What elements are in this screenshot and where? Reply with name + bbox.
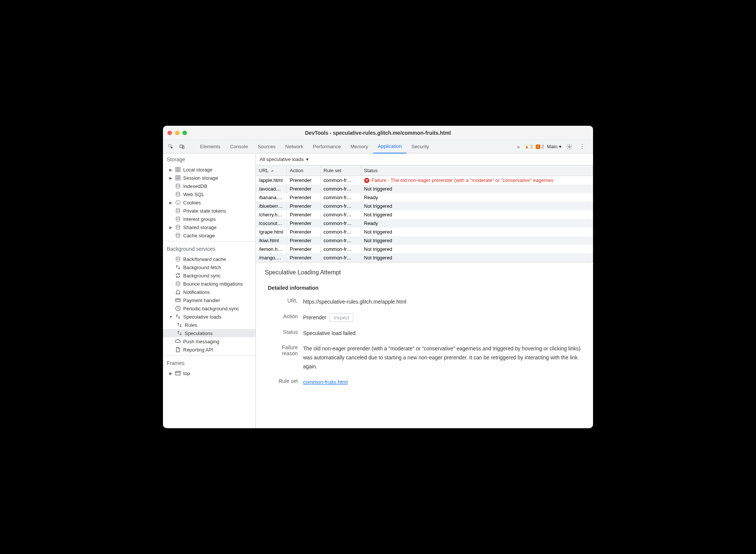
tab-sources[interactable]: Sources xyxy=(253,140,281,153)
errors-badge[interactable]: !2 xyxy=(536,144,544,149)
cookie-icon xyxy=(175,200,181,206)
settings-icon[interactable] xyxy=(565,142,574,152)
filter-dropdown[interactable]: All speculative loads ▾ xyxy=(256,153,593,165)
more-icon[interactable]: ⋮ xyxy=(577,142,587,152)
db-icon xyxy=(175,281,181,287)
sidebar-item-interest-groups[interactable]: Interest groups xyxy=(163,215,255,223)
sidebar-item-back/forward-cache[interactable]: Back/forward cache xyxy=(163,255,255,263)
titlebar: DevTools - speculative-rules.glitch.me/c… xyxy=(163,126,593,140)
sidebar-label: Web SQL xyxy=(183,192,204,197)
sidebar-label: Speculative loads xyxy=(183,314,221,320)
section-frames: Frames xyxy=(163,357,255,369)
db-icon xyxy=(175,208,181,214)
table-row[interactable]: /kiwi.htmlPrerendercommon-fr…Not trigger… xyxy=(256,236,593,245)
svg-point-16 xyxy=(176,200,180,205)
updown-icon xyxy=(175,264,181,270)
col-status[interactable]: Status xyxy=(361,165,593,176)
sidebar-item-rules[interactable]: Rules xyxy=(163,321,255,329)
sidebar-item-push-messaging[interactable]: Push messaging xyxy=(163,337,255,346)
sidebar-label: Interest groups xyxy=(183,216,216,222)
svg-point-15 xyxy=(176,192,180,194)
table-row[interactable]: /avocad…Prerendercommon-fr…Not triggered xyxy=(256,185,593,193)
ruleset-link[interactable]: common-fruits.html xyxy=(303,379,348,385)
sidebar-label: Payment handler xyxy=(183,298,220,303)
sidebar-item-payment-handler[interactable]: Payment handler xyxy=(163,296,255,304)
svg-point-18 xyxy=(179,203,179,203)
sidebar-label: Shared storage xyxy=(183,225,217,230)
sidebar-item-session-storage[interactable]: ▶Session storage xyxy=(163,174,255,182)
table-row[interactable]: /lemon.h…Prerendercommon-fr…Not triggere… xyxy=(256,245,593,253)
label-status: Status xyxy=(268,329,303,338)
col-url[interactable]: URL xyxy=(256,165,287,176)
sidebar-label: Private state tokens xyxy=(183,208,226,214)
target-dropdown[interactable]: Main▾ xyxy=(547,144,562,149)
label-url: URL xyxy=(268,298,303,307)
frame-icon xyxy=(175,370,181,376)
sidebar-item-periodic-background-sync[interactable]: Periodic background sync xyxy=(163,304,255,313)
sidebar-label: Cookies xyxy=(183,200,201,206)
table-row[interactable]: /apple.htmlPrerendercommon-fr…✕Failure -… xyxy=(256,176,593,185)
tab-console[interactable]: Console xyxy=(225,140,253,153)
sidebar-label: Local storage xyxy=(183,167,212,173)
inspect-button[interactable]: Inspect xyxy=(329,313,353,322)
sidebar-item-speculations[interactable]: Speculations xyxy=(163,329,255,337)
sidebar-item-reporting-api[interactable]: Reporting API xyxy=(163,346,255,354)
tab-application[interactable]: Application xyxy=(373,140,407,153)
sidebar-item-bounce-tracking-mitigations[interactable]: Bounce tracking mitigations xyxy=(163,280,255,288)
sidebar-label: Session storage xyxy=(183,175,218,181)
sidebar-item-speculative-loads[interactable]: ▼Speculative loads xyxy=(163,313,255,321)
content-area: All speculative loads ▾ URL Action Rule … xyxy=(256,153,593,428)
minimize-window[interactable] xyxy=(175,131,179,135)
tab-elements[interactable]: Elements xyxy=(195,140,225,153)
sidebar-item-background-fetch[interactable]: Background fetch xyxy=(163,263,255,271)
sidebar-item-cookies[interactable]: ▶Cookies xyxy=(163,198,255,207)
updown-icon xyxy=(176,330,182,336)
chevron-down-icon: ▾ xyxy=(306,156,309,162)
svg-point-17 xyxy=(177,202,178,202)
svg-point-21 xyxy=(176,217,180,218)
more-tabs-icon[interactable]: » xyxy=(514,142,523,152)
sidebar-item-background-sync[interactable]: Background sync xyxy=(163,271,255,280)
device-toggle-icon[interactable] xyxy=(177,142,187,152)
table-row[interactable]: /blueberr…Prerendercommon-fr…Not trigger… xyxy=(256,202,593,210)
sidebar-label: Speculations xyxy=(185,331,212,336)
speculations-table: URL Action Rule set Status /apple.htmlPr… xyxy=(256,165,593,262)
sidebar-item-notifications[interactable]: Notifications xyxy=(163,288,255,296)
table-row[interactable]: /coconut…Prerendercommon-fr…Ready xyxy=(256,219,593,228)
tab-network[interactable]: Network xyxy=(281,140,308,153)
sidebar-item-local-storage[interactable]: ▶Local storage xyxy=(163,165,255,174)
close-window[interactable] xyxy=(167,131,172,135)
tab-security[interactable]: Security xyxy=(406,140,434,153)
maximize-window[interactable] xyxy=(182,131,187,135)
warnings-badge[interactable]: ▲2 xyxy=(525,144,533,149)
inspect-element-icon[interactable] xyxy=(166,142,176,152)
db-icon xyxy=(175,191,181,197)
svg-point-3 xyxy=(569,146,570,147)
label-ruleset: Rule set xyxy=(268,378,303,387)
svg-rect-26 xyxy=(176,299,180,302)
tab-memory[interactable]: Memory xyxy=(346,140,373,153)
sidebar-label: top xyxy=(183,371,190,376)
updown-icon xyxy=(175,314,181,320)
sidebar-item-top[interactable]: ▶top xyxy=(163,369,255,377)
details-title: Speculative Loading Attempt xyxy=(265,269,584,276)
panel-tabs: ElementsConsoleSourcesNetworkPerformance… xyxy=(195,140,512,153)
sidebar-item-web-sql[interactable]: Web SQL xyxy=(163,190,255,198)
table-row[interactable]: /banana.…Prerendercommon-fr…Ready xyxy=(256,193,593,202)
table-row[interactable]: /grape.htmlPrerendercommon-fr…Not trigge… xyxy=(256,228,593,236)
table-row[interactable]: /mango.…Prerendercommon-fr…Not triggered xyxy=(256,253,593,262)
sidebar-item-shared-storage[interactable]: ▶Shared storage xyxy=(163,223,255,231)
sidebar-item-private-state-tokens[interactable]: Private state tokens xyxy=(163,207,255,215)
col-ruleset[interactable]: Rule set xyxy=(320,165,361,176)
table-row[interactable]: /cherry.h…Prerendercommon-fr…Not trigger… xyxy=(256,210,593,219)
sidebar-item-cache-storage[interactable]: Cache storage xyxy=(163,231,255,240)
devtools-window: DevTools - speculative-rules.glitch.me/c… xyxy=(163,126,593,428)
col-action[interactable]: Action xyxy=(287,165,320,176)
tab-performance[interactable]: Performance xyxy=(308,140,345,153)
warning-icon: ▲ xyxy=(525,144,529,149)
bell-icon xyxy=(175,289,181,295)
panel-body: Storage▶Local storage▶Session storageInd… xyxy=(163,153,593,428)
label-action: Action xyxy=(268,313,303,322)
grid-icon xyxy=(175,167,181,173)
sidebar-item-indexeddb[interactable]: IndexedDB xyxy=(163,182,255,190)
